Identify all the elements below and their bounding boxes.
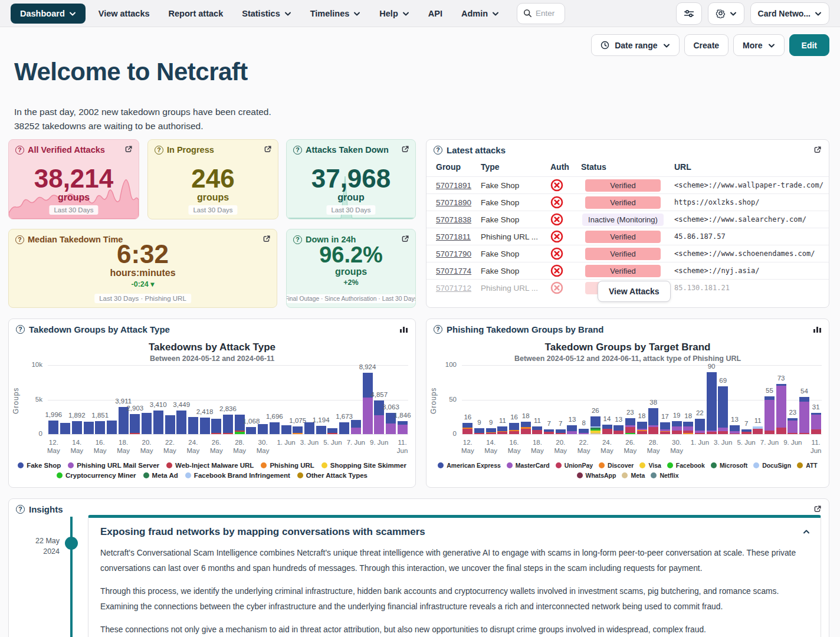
bar[interactable]	[246, 427, 256, 435]
legend-item-wa[interactable]: WhatsApp	[577, 472, 616, 479]
bar[interactable]	[165, 415, 175, 434]
legend-item-mc[interactable]: MasterCard	[507, 462, 550, 469]
legend-item-disc[interactable]: Discover	[599, 462, 634, 469]
bar[interactable]	[811, 413, 821, 434]
stat-card-down-in-24h[interactable]: ?Down in 24h96.2%groups+2%Final Outage ·…	[286, 229, 416, 308]
legend-item-att[interactable]: ATT	[797, 462, 818, 469]
bar[interactable]	[788, 418, 798, 434]
bar[interactable]	[84, 422, 94, 434]
bar[interactable]	[293, 426, 303, 434]
bar[interactable]	[223, 415, 233, 434]
legend-item-sss[interactable]: Shopping Site Skimmer	[321, 462, 406, 469]
chart-menu-icon[interactable]	[813, 325, 822, 333]
more-button[interactable]: More	[733, 34, 784, 56]
bar[interactable]	[637, 422, 647, 434]
group-link[interactable]: 57071838	[436, 215, 471, 224]
external-link-icon[interactable]	[401, 145, 409, 153]
bar[interactable]	[590, 416, 601, 434]
nav-item-dashboard[interactable]: Dashboard	[11, 4, 86, 24]
legend-item-visa[interactable]: Visa	[639, 462, 661, 469]
group-link[interactable]: 57071811	[436, 232, 471, 241]
bar[interactable]	[695, 419, 705, 434]
legend-item-oat[interactable]: Other Attack Types	[297, 472, 368, 479]
bar[interactable]	[270, 422, 280, 434]
bar[interactable]	[544, 429, 554, 434]
collapse-icon[interactable]	[803, 528, 810, 536]
date-range-button[interactable]: Date range	[591, 34, 679, 56]
bar[interactable]	[602, 425, 612, 434]
stat-card-all-verified-attacks[interactable]: ?All Verified Attacks38,214groupsLast 30…	[8, 139, 139, 219]
legend-item-ms[interactable]: Microsoft	[711, 462, 747, 469]
bar[interactable]	[799, 397, 809, 434]
bar[interactable]	[648, 408, 658, 435]
bar[interactable]	[327, 428, 337, 434]
bar[interactable]	[521, 422, 531, 434]
nav-item-report-attack[interactable]: Report attack	[159, 0, 233, 27]
legend-item-fbi[interactable]: Facebook Brand Infringement	[185, 472, 290, 479]
bar[interactable]	[486, 428, 496, 435]
bar[interactable]	[730, 425, 740, 434]
bar[interactable]	[339, 422, 349, 434]
bar[interactable]	[707, 372, 717, 434]
bar[interactable]	[48, 421, 58, 434]
group-link[interactable]: 57071774	[436, 267, 471, 275]
bar[interactable]	[497, 426, 507, 434]
bar[interactable]	[304, 422, 314, 434]
search-input[interactable]: Enter	[517, 3, 565, 24]
bar[interactable]	[683, 422, 693, 434]
settings-button[interactable]	[708, 2, 744, 25]
legend-item-wim[interactable]: Web-Inject Malware URL	[166, 462, 254, 469]
external-link-icon[interactable]	[813, 505, 822, 513]
bar[interactable]	[509, 423, 519, 434]
legend-item-ma[interactable]: Meta Ad	[143, 472, 178, 479]
bar[interactable]	[142, 413, 152, 434]
legend-item-pums[interactable]: Phishing URL Mail Server	[68, 462, 159, 469]
bar[interactable]	[363, 373, 373, 434]
legend-item-cm[interactable]: Cryptocurrency Miner	[57, 472, 136, 479]
bar[interactable]	[258, 424, 268, 434]
bar[interactable]	[72, 421, 82, 434]
bar[interactable]	[613, 425, 624, 434]
bar[interactable]	[556, 429, 566, 434]
bar[interactable]	[95, 421, 105, 434]
nav-item-timelines[interactable]: Timelines	[301, 0, 370, 27]
stat-card-median-takedown-time[interactable]: ?Median Takedown Time6:32hours:minutes-0…	[8, 229, 277, 308]
bar[interactable]	[107, 421, 117, 435]
legend-item-amex[interactable]: American Express	[438, 462, 501, 469]
filters-button[interactable]	[676, 2, 702, 25]
bar[interactable]	[153, 411, 163, 434]
stat-card-in-progress[interactable]: ?In Progress246groupsLast 30 Days	[147, 139, 278, 219]
bar[interactable]	[130, 414, 140, 434]
chart-menu-icon[interactable]	[399, 325, 408, 333]
group-link[interactable]: 57071790	[436, 249, 471, 258]
legend-item-fb[interactable]: Facebook	[667, 462, 705, 469]
bar[interactable]	[579, 429, 589, 434]
legend-item-meta[interactable]: Meta	[622, 472, 645, 479]
external-link-icon[interactable]	[264, 145, 272, 153]
legend-item-ds[interactable]: DocuSign	[753, 462, 791, 469]
bar[interactable]	[741, 429, 752, 434]
external-link-icon[interactable]	[124, 145, 133, 153]
external-link-icon[interactable]	[813, 146, 822, 154]
view-attacks-button[interactable]: View Attacks	[598, 281, 671, 302]
edit-button[interactable]: Edit	[789, 34, 829, 56]
nav-item-api[interactable]: API	[419, 0, 452, 27]
nav-item-statistics[interactable]: Statistics	[232, 0, 300, 27]
nav-item-admin[interactable]: Admin	[452, 0, 508, 27]
create-button[interactable]: Create	[684, 34, 729, 56]
nav-item-view-attacks[interactable]: View attacks	[89, 0, 159, 27]
legend-item-pu[interactable]: Phishing URL	[261, 462, 314, 469]
nav-item-help[interactable]: Help	[370, 0, 418, 27]
bar[interactable]	[281, 425, 291, 434]
bar[interactable]	[462, 423, 472, 434]
bar[interactable]	[351, 420, 361, 434]
bar[interactable]	[316, 426, 326, 434]
group-link[interactable]: 57071890	[436, 198, 471, 207]
bar[interactable]	[211, 419, 221, 434]
group-link[interactable]: 57071891	[436, 181, 471, 190]
bar[interactable]	[567, 425, 577, 434]
bar[interactable]	[398, 421, 408, 434]
legend-item-nfx[interactable]: Netflix	[651, 472, 678, 479]
external-link-icon[interactable]	[401, 235, 409, 243]
group-link[interactable]: 57071712	[436, 284, 471, 293]
